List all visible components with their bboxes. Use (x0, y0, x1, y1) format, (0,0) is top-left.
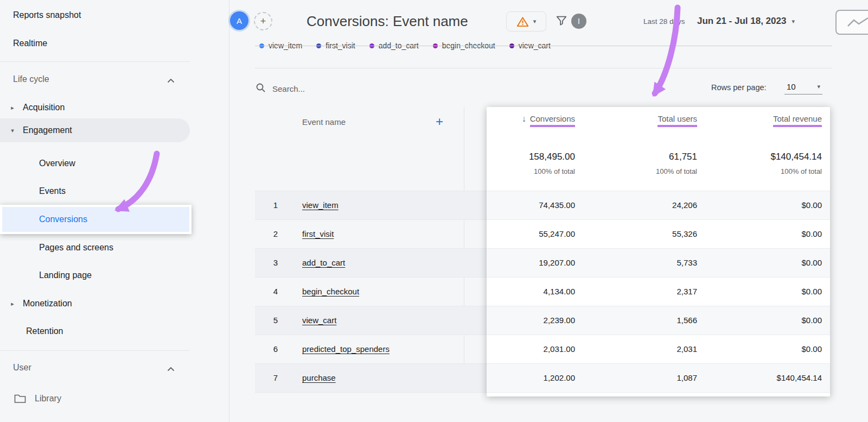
add-column-button[interactable]: + (436, 107, 443, 137)
row-index: 5 (268, 306, 278, 335)
sidebar-item-label: Engagement (23, 125, 72, 135)
info-badge[interactable]: I (571, 14, 586, 29)
total-revenue-cell: $0.00 (801, 278, 822, 306)
total-revenue-column-header[interactable]: Total revenue (773, 107, 822, 136)
event-name-link[interactable]: first_visit (302, 220, 334, 248)
event-rows: 1 view_item 2 first_visit 3 add_to_cart … (255, 191, 487, 393)
total-revenue-cell: $0.00 (801, 335, 822, 363)
folder-icon (14, 394, 26, 404)
total-revenue-cell: $0.00 (801, 220, 822, 248)
total-users-cell: 1,087 (676, 364, 697, 392)
chevron-up-icon (167, 75, 175, 85)
event-name-link[interactable]: begin_checkout (302, 278, 359, 306)
sidebar-divider (0, 61, 190, 62)
table-metrics-row: 55,247.00 55,326 $0.00 (487, 219, 830, 248)
sidebar-item-retention[interactable]: Retention (0, 319, 221, 343)
total-users-column-header[interactable]: Total users (658, 107, 697, 136)
sidebar-item-label: Reports snapshot (13, 10, 81, 20)
chevron-up-icon (167, 364, 175, 374)
chevron-down-icon: ▾ (792, 18, 795, 25)
sidebar-item-label: Overview (39, 159, 75, 168)
conversions-highlight-box: Conversions (0, 205, 192, 234)
sidebar-item-label: Pages and screens (39, 243, 113, 253)
total-revenue-total: $140,454.14 100% of total (770, 136, 822, 191)
total-percent: 100% of total (656, 167, 697, 175)
sidebar-section-label: User (13, 363, 31, 373)
row-index: 3 (268, 249, 278, 277)
total-revenue-cell: $0.00 (801, 249, 822, 277)
sidebar-item-conversions[interactable]: Conversions (2, 207, 189, 232)
date-range-picker[interactable]: Jun 21 - Jul 18, 2023 ▾ (697, 16, 795, 27)
partial-chart-icon (835, 10, 868, 35)
row-index: 4 (268, 278, 278, 306)
event-name-link[interactable]: view_item (302, 191, 339, 219)
sidebar-item-events[interactable]: Events (0, 179, 234, 203)
conversions-cell: 2,239.00 (544, 306, 575, 335)
total-revenue-cell: $0.00 (801, 306, 822, 335)
sidebar-item-landing-page[interactable]: Landing page (0, 263, 234, 287)
sidebar-item-label: Landing page (39, 270, 92, 280)
total-percent: 100% of total (534, 167, 575, 175)
rows-per-page-value: 10 (787, 82, 796, 91)
column-header-label: Conversions (530, 114, 575, 127)
sidebar-item-realtime[interactable]: Realtime (0, 32, 208, 55)
total-value: $140,454.14 (770, 152, 822, 162)
data-quality-button[interactable]: ▾ (506, 11, 546, 32)
rows-per-page-select[interactable]: 10 ▾ (784, 79, 822, 95)
filter-icon[interactable] (556, 15, 567, 29)
sidebar-item-monetization[interactable]: ▸ Monetization (0, 292, 204, 316)
sidebar-item-library[interactable]: Library (0, 387, 209, 411)
total-users-cell: 5,733 (676, 249, 697, 277)
event-name-link[interactable]: predicted_top_spenders (302, 335, 390, 363)
column-header-label: Total users (658, 114, 697, 127)
event-name-link[interactable]: purchase (302, 364, 336, 392)
event-name-link[interactable]: view_cart (302, 306, 336, 335)
events-table-left: Event name + 1 view_item 2 first_visit 3… (255, 107, 487, 396)
sidebar-item-label: Library (35, 394, 61, 404)
warning-icon (516, 16, 529, 27)
sidebar-item-engagement[interactable]: ▾ Engagement (0, 118, 204, 142)
column-header-label: Total revenue (773, 114, 822, 127)
metrics-highlight-box: ↓ Conversions Total users Total revenue … (487, 107, 830, 396)
total-users-cell: 55,326 (672, 220, 697, 248)
sidebar-item-overview[interactable]: Overview (0, 152, 234, 175)
rows-per-page-label: Rows per page: (711, 83, 767, 92)
total-percent: 100% of total (781, 167, 822, 175)
search-input[interactable] (271, 81, 447, 96)
sidebar-item-pages-and-screens[interactable]: Pages and screens (0, 236, 234, 260)
sidebar-section-user[interactable]: User (0, 356, 208, 380)
sidebar-item-label: Retention (26, 326, 63, 336)
table-row: 2 first_visit (255, 219, 487, 248)
table-metrics-row: 19,207.00 5,733 $0.00 (487, 248, 830, 277)
row-index: 1 (268, 191, 278, 219)
total-value: 61,751 (669, 152, 697, 162)
conversions-total: 158,495.00 100% of total (529, 136, 575, 191)
sidebar-item-label: Monetization (23, 299, 72, 308)
add-property-button[interactable]: + (254, 12, 272, 30)
avatar[interactable]: A (230, 11, 248, 30)
row-index: 2 (268, 220, 278, 248)
row-index: 6 (268, 335, 278, 363)
sidebar-item-label: Events (39, 186, 66, 196)
total-revenue-cell: $0.00 (801, 191, 822, 219)
page-title: Conversions: Event name (307, 13, 468, 30)
row-index: 7 (268, 364, 278, 392)
table-row: 1 view_item (255, 191, 487, 219)
sort-desc-icon: ↓ (522, 114, 526, 124)
total-users-cell: 2,031 (676, 335, 697, 363)
date-range-value: Jun 21 - Jul 18, 2023 (697, 16, 786, 27)
search-icon (256, 83, 266, 95)
table-row: 4 begin_checkout (255, 277, 487, 306)
sidebar-item-label: Conversions (39, 215, 87, 224)
conversions-column-header[interactable]: ↓ Conversions (522, 107, 575, 136)
table-row: 6 predicted_top_spenders (255, 335, 487, 363)
sidebar-section-life-cycle[interactable]: Life cycle (0, 67, 208, 91)
sidebar-item-reports-snapshot[interactable]: Reports snapshot (0, 3, 208, 27)
event-name-column-header[interactable]: Event name (302, 107, 346, 137)
table-metrics-row: 2,239.00 1,566 $0.00 (487, 306, 830, 335)
event-name-link[interactable]: add_to_cart (302, 249, 345, 277)
caret-right-icon: ▸ (9, 300, 16, 307)
metrics-rows: 74,435.00 24,206 $0.00 55,247.00 55,326 … (487, 191, 830, 393)
total-value: 158,495.00 (529, 152, 575, 162)
sidebar-item-acquisition[interactable]: ▸ Acquisition (0, 96, 204, 119)
